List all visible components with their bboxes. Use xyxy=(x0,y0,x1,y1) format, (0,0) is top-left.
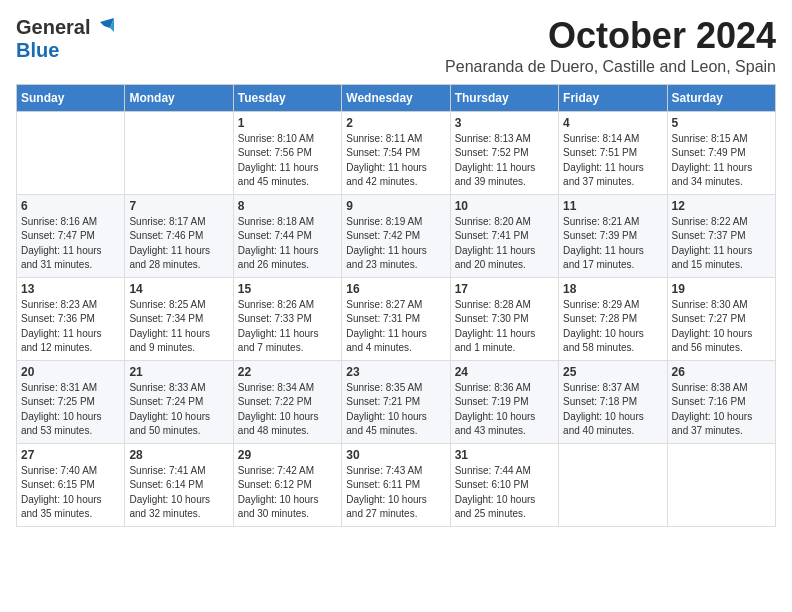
sunrise-text: Sunrise: 8:23 AM xyxy=(21,298,120,313)
daylight-text: Daylight: 11 hours and 26 minutes. xyxy=(238,244,337,273)
cell-content: Sunrise: 8:23 AMSunset: 7:36 PMDaylight:… xyxy=(21,298,120,356)
sunset-text: Sunset: 7:34 PM xyxy=(129,312,228,327)
logo: General Blue xyxy=(16,16,114,62)
day-number: 3 xyxy=(455,116,554,130)
calendar-cell: 3Sunrise: 8:13 AMSunset: 7:52 PMDaylight… xyxy=(450,111,558,194)
sunrise-text: Sunrise: 8:34 AM xyxy=(238,381,337,396)
day-number: 26 xyxy=(672,365,771,379)
day-number: 1 xyxy=(238,116,337,130)
calendar-cell: 23Sunrise: 8:35 AMSunset: 7:21 PMDayligh… xyxy=(342,360,450,443)
daylight-text: Daylight: 10 hours and 48 minutes. xyxy=(238,410,337,439)
sunrise-text: Sunrise: 8:15 AM xyxy=(672,132,771,147)
calendar-cell: 28Sunrise: 7:41 AMSunset: 6:14 PMDayligh… xyxy=(125,443,233,526)
sunrise-text: Sunrise: 8:16 AM xyxy=(21,215,120,230)
sunrise-text: Sunrise: 8:13 AM xyxy=(455,132,554,147)
sunset-text: Sunset: 6:11 PM xyxy=(346,478,445,493)
calendar-cell: 14Sunrise: 8:25 AMSunset: 7:34 PMDayligh… xyxy=(125,277,233,360)
cell-content: Sunrise: 8:11 AMSunset: 7:54 PMDaylight:… xyxy=(346,132,445,190)
calendar-cell: 1Sunrise: 8:10 AMSunset: 7:56 PMDaylight… xyxy=(233,111,341,194)
cell-content: Sunrise: 8:17 AMSunset: 7:46 PMDaylight:… xyxy=(129,215,228,273)
calendar-week-row: 1Sunrise: 8:10 AMSunset: 7:56 PMDaylight… xyxy=(17,111,776,194)
calendar-cell: 18Sunrise: 8:29 AMSunset: 7:28 PMDayligh… xyxy=(559,277,667,360)
cell-content: Sunrise: 8:27 AMSunset: 7:31 PMDaylight:… xyxy=(346,298,445,356)
daylight-text: Daylight: 11 hours and 9 minutes. xyxy=(129,327,228,356)
sunset-text: Sunset: 7:30 PM xyxy=(455,312,554,327)
daylight-text: Daylight: 11 hours and 23 minutes. xyxy=(346,244,445,273)
logo-general: General xyxy=(16,16,90,39)
daylight-text: Daylight: 11 hours and 39 minutes. xyxy=(455,161,554,190)
daylight-text: Daylight: 10 hours and 35 minutes. xyxy=(21,493,120,522)
cell-content: Sunrise: 8:25 AMSunset: 7:34 PMDaylight:… xyxy=(129,298,228,356)
daylight-text: Daylight: 11 hours and 34 minutes. xyxy=(672,161,771,190)
calendar-cell: 22Sunrise: 8:34 AMSunset: 7:22 PMDayligh… xyxy=(233,360,341,443)
daylight-text: Daylight: 11 hours and 37 minutes. xyxy=(563,161,662,190)
day-number: 14 xyxy=(129,282,228,296)
day-number: 7 xyxy=(129,199,228,213)
calendar-cell: 20Sunrise: 8:31 AMSunset: 7:25 PMDayligh… xyxy=(17,360,125,443)
sunset-text: Sunset: 6:15 PM xyxy=(21,478,120,493)
sunset-text: Sunset: 7:33 PM xyxy=(238,312,337,327)
daylight-text: Daylight: 10 hours and 45 minutes. xyxy=(346,410,445,439)
sunrise-text: Sunrise: 7:44 AM xyxy=(455,464,554,479)
logo-blue: Blue xyxy=(16,39,59,61)
sunrise-text: Sunrise: 8:20 AM xyxy=(455,215,554,230)
cell-content: Sunrise: 8:35 AMSunset: 7:21 PMDaylight:… xyxy=(346,381,445,439)
sunset-text: Sunset: 7:28 PM xyxy=(563,312,662,327)
sunset-text: Sunset: 7:52 PM xyxy=(455,146,554,161)
day-number: 15 xyxy=(238,282,337,296)
day-number: 4 xyxy=(563,116,662,130)
calendar-cell: 6Sunrise: 8:16 AMSunset: 7:47 PMDaylight… xyxy=(17,194,125,277)
sunrise-text: Sunrise: 8:37 AM xyxy=(563,381,662,396)
daylight-text: Daylight: 10 hours and 37 minutes. xyxy=(672,410,771,439)
sunrise-text: Sunrise: 8:38 AM xyxy=(672,381,771,396)
calendar-cell: 4Sunrise: 8:14 AMSunset: 7:51 PMDaylight… xyxy=(559,111,667,194)
day-number: 22 xyxy=(238,365,337,379)
title-area: October 2024 Penaranda de Duero, Castill… xyxy=(445,16,776,76)
day-number: 2 xyxy=(346,116,445,130)
day-number: 16 xyxy=(346,282,445,296)
calendar-cell xyxy=(667,443,775,526)
cell-content: Sunrise: 8:28 AMSunset: 7:30 PMDaylight:… xyxy=(455,298,554,356)
sunset-text: Sunset: 7:19 PM xyxy=(455,395,554,410)
sunset-text: Sunset: 7:49 PM xyxy=(672,146,771,161)
sunrise-text: Sunrise: 8:28 AM xyxy=(455,298,554,313)
calendar-cell: 15Sunrise: 8:26 AMSunset: 7:33 PMDayligh… xyxy=(233,277,341,360)
day-number: 29 xyxy=(238,448,337,462)
sunrise-text: Sunrise: 8:19 AM xyxy=(346,215,445,230)
calendar-cell: 9Sunrise: 8:19 AMSunset: 7:42 PMDaylight… xyxy=(342,194,450,277)
daylight-text: Daylight: 11 hours and 1 minute. xyxy=(455,327,554,356)
calendar-week-row: 13Sunrise: 8:23 AMSunset: 7:36 PMDayligh… xyxy=(17,277,776,360)
sunset-text: Sunset: 7:42 PM xyxy=(346,229,445,244)
sunrise-text: Sunrise: 7:42 AM xyxy=(238,464,337,479)
sunset-text: Sunset: 7:47 PM xyxy=(21,229,120,244)
sunrise-text: Sunrise: 7:41 AM xyxy=(129,464,228,479)
calendar-cell: 26Sunrise: 8:38 AMSunset: 7:16 PMDayligh… xyxy=(667,360,775,443)
day-number: 10 xyxy=(455,199,554,213)
calendar-cell: 2Sunrise: 8:11 AMSunset: 7:54 PMDaylight… xyxy=(342,111,450,194)
calendar-cell: 30Sunrise: 7:43 AMSunset: 6:11 PMDayligh… xyxy=(342,443,450,526)
daylight-text: Daylight: 11 hours and 17 minutes. xyxy=(563,244,662,273)
cell-content: Sunrise: 8:22 AMSunset: 7:37 PMDaylight:… xyxy=(672,215,771,273)
sunrise-text: Sunrise: 8:18 AM xyxy=(238,215,337,230)
calendar-cell: 12Sunrise: 8:22 AMSunset: 7:37 PMDayligh… xyxy=(667,194,775,277)
sunset-text: Sunset: 7:27 PM xyxy=(672,312,771,327)
daylight-text: Daylight: 11 hours and 31 minutes. xyxy=(21,244,120,273)
calendar-cell: 16Sunrise: 8:27 AMSunset: 7:31 PMDayligh… xyxy=(342,277,450,360)
sunset-text: Sunset: 7:36 PM xyxy=(21,312,120,327)
day-number: 21 xyxy=(129,365,228,379)
cell-content: Sunrise: 8:18 AMSunset: 7:44 PMDaylight:… xyxy=(238,215,337,273)
day-number: 28 xyxy=(129,448,228,462)
cell-content: Sunrise: 8:10 AMSunset: 7:56 PMDaylight:… xyxy=(238,132,337,190)
weekday-header-row: Sunday Monday Tuesday Wednesday Thursday… xyxy=(17,84,776,111)
daylight-text: Daylight: 11 hours and 4 minutes. xyxy=(346,327,445,356)
calendar-week-row: 6Sunrise: 8:16 AMSunset: 7:47 PMDaylight… xyxy=(17,194,776,277)
daylight-text: Daylight: 10 hours and 25 minutes. xyxy=(455,493,554,522)
cell-content: Sunrise: 8:19 AMSunset: 7:42 PMDaylight:… xyxy=(346,215,445,273)
cell-content: Sunrise: 7:43 AMSunset: 6:11 PMDaylight:… xyxy=(346,464,445,522)
cell-content: Sunrise: 7:40 AMSunset: 6:15 PMDaylight:… xyxy=(21,464,120,522)
cell-content: Sunrise: 8:34 AMSunset: 7:22 PMDaylight:… xyxy=(238,381,337,439)
sunset-text: Sunset: 7:56 PM xyxy=(238,146,337,161)
sunrise-text: Sunrise: 8:31 AM xyxy=(21,381,120,396)
sunset-text: Sunset: 6:12 PM xyxy=(238,478,337,493)
cell-content: Sunrise: 8:14 AMSunset: 7:51 PMDaylight:… xyxy=(563,132,662,190)
